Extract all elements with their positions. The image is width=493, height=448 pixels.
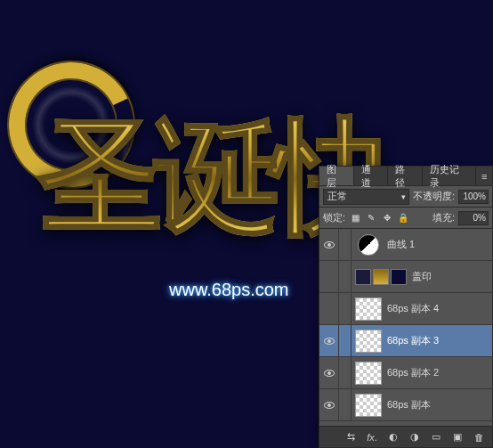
opacity-label: 不透明度:	[413, 190, 455, 203]
opacity-input[interactable]: 100%	[458, 190, 489, 204]
eye-icon	[324, 370, 335, 377]
lock-all-icon[interactable]: 🔒	[397, 212, 409, 224]
layer-name[interactable]: 68ps 副本	[385, 398, 492, 411]
link-cell[interactable]	[339, 357, 352, 388]
layer-name[interactable]: 68ps 副本 3	[385, 334, 492, 347]
visibility-toggle[interactable]	[319, 325, 339, 356]
panel-tabs: 图层 通道 路径 历史记录 ≡	[319, 167, 492, 186]
fill-input[interactable]: 0%	[458, 211, 489, 225]
layer-thumbnail[interactable]	[355, 394, 382, 417]
layer-name[interactable]: 68ps 副本 2	[385, 366, 492, 379]
link-cell[interactable]	[339, 261, 352, 292]
delete-button[interactable]: 🗑	[471, 429, 487, 445]
visibility-toggle[interactable]	[319, 357, 339, 388]
layer-row[interactable]: 68ps 副本 2	[319, 357, 492, 389]
mask-button[interactable]: ◐	[385, 429, 401, 445]
lock-transparent-icon[interactable]: ▦	[349, 212, 361, 224]
fx-button[interactable]: fx.	[364, 429, 380, 445]
panel-menu-button[interactable]: ≡	[476, 167, 492, 185]
lock-pixels-icon[interactable]: ✎	[365, 212, 377, 224]
panel-footer: ⇆ fx. ◐ ◑ ▭ ▣ 🗑	[319, 426, 492, 447]
tab-history[interactable]: 历史记录	[423, 167, 476, 185]
layers-panel: 图层 通道 路径 历史记录 ≡ 正常 不透明度: 100% 锁定: ▦ ✎ ✥ …	[319, 166, 493, 448]
link-cell[interactable]	[339, 293, 352, 324]
fill-label: 填充:	[432, 211, 455, 224]
adjustment-button[interactable]: ◑	[407, 429, 423, 445]
layer-row[interactable]: 68ps 副本 4	[319, 293, 492, 325]
layer-row[interactable]: 68ps 副本	[319, 389, 492, 421]
watermark: www.68ps.com	[169, 280, 289, 300]
link-cell[interactable]	[339, 325, 352, 356]
link-layers-button[interactable]: ⇆	[343, 429, 359, 445]
lock-label: 锁定:	[323, 211, 345, 224]
visibility-toggle[interactable]	[319, 229, 339, 260]
eye-icon	[324, 338, 335, 345]
layer-thumbnail[interactable]	[355, 297, 382, 321]
blend-mode-select[interactable]: 正常	[323, 189, 409, 205]
tab-layers[interactable]: 图层	[319, 167, 354, 185]
new-layer-button[interactable]: ▣	[449, 429, 465, 445]
layer-name[interactable]: 盖印	[410, 270, 492, 283]
layer-name[interactable]: 68ps 副本 4	[385, 302, 492, 315]
lock-row: 锁定: ▦ ✎ ✥ 🔒 填充: 0%	[319, 208, 492, 229]
eye-icon	[324, 402, 335, 409]
blend-mode-value: 正常	[327, 190, 347, 203]
tab-channels[interactable]: 通道	[354, 167, 389, 185]
layer-row[interactable]: 68ps 副本 3	[319, 325, 492, 357]
link-cell[interactable]	[339, 229, 352, 260]
layer-row[interactable]: 曲线 1	[319, 229, 492, 261]
layer-thumbnail[interactable]	[355, 362, 382, 385]
visibility-toggle[interactable]	[319, 261, 339, 292]
layer-thumbnail[interactable]	[358, 234, 379, 256]
blend-row: 正常 不透明度: 100%	[319, 186, 492, 208]
visibility-toggle[interactable]	[319, 389, 339, 420]
folder-button[interactable]: ▭	[428, 429, 444, 445]
eye-icon	[324, 241, 335, 248]
layer-name[interactable]: 曲线 1	[385, 238, 492, 251]
lock-position-icon[interactable]: ✥	[381, 212, 393, 224]
visibility-toggle[interactable]	[319, 293, 339, 324]
layer-thumbnail[interactable]	[355, 330, 382, 353]
link-cell[interactable]	[339, 389, 352, 420]
tab-paths[interactable]: 路径	[388, 167, 423, 185]
layer-thumbnail[interactable]	[355, 269, 407, 285]
layer-list: 曲线 1 盖印 68ps 副本 4 68ps 副本 3 68ps 副本	[319, 229, 492, 426]
layer-row[interactable]: 盖印	[319, 261, 492, 293]
